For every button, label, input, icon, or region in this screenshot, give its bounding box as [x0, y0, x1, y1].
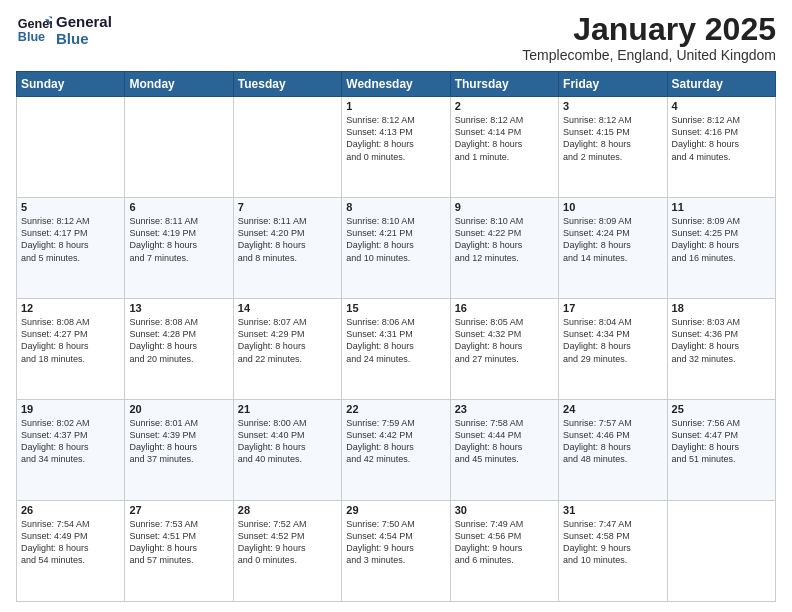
- cell-info: Sunrise: 8:11 AM Sunset: 4:19 PM Dayligh…: [129, 215, 228, 264]
- day-number: 2: [455, 100, 554, 112]
- cell-info: Sunrise: 7:58 AM Sunset: 4:44 PM Dayligh…: [455, 417, 554, 466]
- day-number: 22: [346, 403, 445, 415]
- calendar-cell: 6Sunrise: 8:11 AM Sunset: 4:19 PM Daylig…: [125, 198, 233, 299]
- day-number: 8: [346, 201, 445, 213]
- day-number: 20: [129, 403, 228, 415]
- calendar-cell: 16Sunrise: 8:05 AM Sunset: 4:32 PM Dayli…: [450, 299, 558, 400]
- day-header-sunday: Sunday: [17, 72, 125, 97]
- month-title: January 2025: [522, 12, 776, 47]
- calendar-cell: 14Sunrise: 8:07 AM Sunset: 4:29 PM Dayli…: [233, 299, 341, 400]
- day-number: 7: [238, 201, 337, 213]
- calendar-cell: 21Sunrise: 8:00 AM Sunset: 4:40 PM Dayli…: [233, 400, 341, 501]
- cell-info: Sunrise: 8:04 AM Sunset: 4:34 PM Dayligh…: [563, 316, 662, 365]
- cell-info: Sunrise: 8:12 AM Sunset: 4:16 PM Dayligh…: [672, 114, 771, 163]
- calendar-cell: 27Sunrise: 7:53 AM Sunset: 4:51 PM Dayli…: [125, 501, 233, 602]
- cell-info: Sunrise: 8:08 AM Sunset: 4:27 PM Dayligh…: [21, 316, 120, 365]
- location-subtitle: Templecombe, England, United Kingdom: [522, 47, 776, 63]
- calendar-cell: 29Sunrise: 7:50 AM Sunset: 4:54 PM Dayli…: [342, 501, 450, 602]
- day-number: 9: [455, 201, 554, 213]
- calendar-cell: 7Sunrise: 8:11 AM Sunset: 4:20 PM Daylig…: [233, 198, 341, 299]
- calendar-cell: 23Sunrise: 7:58 AM Sunset: 4:44 PM Dayli…: [450, 400, 558, 501]
- cell-info: Sunrise: 7:53 AM Sunset: 4:51 PM Dayligh…: [129, 518, 228, 567]
- cell-info: Sunrise: 8:12 AM Sunset: 4:14 PM Dayligh…: [455, 114, 554, 163]
- cell-info: Sunrise: 8:03 AM Sunset: 4:36 PM Dayligh…: [672, 316, 771, 365]
- day-number: 5: [21, 201, 120, 213]
- day-number: 6: [129, 201, 228, 213]
- calendar-cell: 30Sunrise: 7:49 AM Sunset: 4:56 PM Dayli…: [450, 501, 558, 602]
- day-header-wednesday: Wednesday: [342, 72, 450, 97]
- calendar-cell: 15Sunrise: 8:06 AM Sunset: 4:31 PM Dayli…: [342, 299, 450, 400]
- day-number: 3: [563, 100, 662, 112]
- calendar-cell: 1Sunrise: 8:12 AM Sunset: 4:13 PM Daylig…: [342, 97, 450, 198]
- calendar-cell: [125, 97, 233, 198]
- calendar-cell: 17Sunrise: 8:04 AM Sunset: 4:34 PM Dayli…: [559, 299, 667, 400]
- cell-info: Sunrise: 7:50 AM Sunset: 4:54 PM Dayligh…: [346, 518, 445, 567]
- cell-info: Sunrise: 8:11 AM Sunset: 4:20 PM Dayligh…: [238, 215, 337, 264]
- page: General Blue General Blue January 2025 T…: [0, 0, 792, 612]
- calendar-cell: [233, 97, 341, 198]
- day-number: 14: [238, 302, 337, 314]
- calendar-cell: 28Sunrise: 7:52 AM Sunset: 4:52 PM Dayli…: [233, 501, 341, 602]
- day-number: 16: [455, 302, 554, 314]
- day-number: 29: [346, 504, 445, 516]
- day-header-tuesday: Tuesday: [233, 72, 341, 97]
- calendar-cell: 5Sunrise: 8:12 AM Sunset: 4:17 PM Daylig…: [17, 198, 125, 299]
- day-number: 26: [21, 504, 120, 516]
- day-number: 23: [455, 403, 554, 415]
- logo-general: General: [56, 13, 112, 30]
- day-number: 30: [455, 504, 554, 516]
- day-number: 15: [346, 302, 445, 314]
- day-number: 21: [238, 403, 337, 415]
- calendar-cell: 4Sunrise: 8:12 AM Sunset: 4:16 PM Daylig…: [667, 97, 775, 198]
- calendar-cell: 10Sunrise: 8:09 AM Sunset: 4:24 PM Dayli…: [559, 198, 667, 299]
- calendar-cell: 18Sunrise: 8:03 AM Sunset: 4:36 PM Dayli…: [667, 299, 775, 400]
- cell-info: Sunrise: 8:12 AM Sunset: 4:13 PM Dayligh…: [346, 114, 445, 163]
- calendar-header-row: SundayMondayTuesdayWednesdayThursdayFrid…: [17, 72, 776, 97]
- calendar-cell: 9Sunrise: 8:10 AM Sunset: 4:22 PM Daylig…: [450, 198, 558, 299]
- calendar-cell: 31Sunrise: 7:47 AM Sunset: 4:58 PM Dayli…: [559, 501, 667, 602]
- cell-info: Sunrise: 8:09 AM Sunset: 4:24 PM Dayligh…: [563, 215, 662, 264]
- calendar-week-5: 26Sunrise: 7:54 AM Sunset: 4:49 PM Dayli…: [17, 501, 776, 602]
- day-number: 17: [563, 302, 662, 314]
- cell-info: Sunrise: 8:09 AM Sunset: 4:25 PM Dayligh…: [672, 215, 771, 264]
- cell-info: Sunrise: 7:47 AM Sunset: 4:58 PM Dayligh…: [563, 518, 662, 567]
- day-number: 18: [672, 302, 771, 314]
- calendar-cell: 3Sunrise: 8:12 AM Sunset: 4:15 PM Daylig…: [559, 97, 667, 198]
- calendar-cell: 2Sunrise: 8:12 AM Sunset: 4:14 PM Daylig…: [450, 97, 558, 198]
- calendar-week-3: 12Sunrise: 8:08 AM Sunset: 4:27 PM Dayli…: [17, 299, 776, 400]
- calendar-cell: 8Sunrise: 8:10 AM Sunset: 4:21 PM Daylig…: [342, 198, 450, 299]
- calendar-table: SundayMondayTuesdayWednesdayThursdayFrid…: [16, 71, 776, 602]
- calendar-cell: 19Sunrise: 8:02 AM Sunset: 4:37 PM Dayli…: [17, 400, 125, 501]
- cell-info: Sunrise: 8:06 AM Sunset: 4:31 PM Dayligh…: [346, 316, 445, 365]
- cell-info: Sunrise: 7:59 AM Sunset: 4:42 PM Dayligh…: [346, 417, 445, 466]
- svg-text:Blue: Blue: [18, 30, 45, 44]
- cell-info: Sunrise: 8:12 AM Sunset: 4:17 PM Dayligh…: [21, 215, 120, 264]
- calendar-cell: 25Sunrise: 7:56 AM Sunset: 4:47 PM Dayli…: [667, 400, 775, 501]
- calendar-cell: 22Sunrise: 7:59 AM Sunset: 4:42 PM Dayli…: [342, 400, 450, 501]
- day-number: 10: [563, 201, 662, 213]
- calendar-week-1: 1Sunrise: 8:12 AM Sunset: 4:13 PM Daylig…: [17, 97, 776, 198]
- calendar-cell: [17, 97, 125, 198]
- calendar-cell: 20Sunrise: 8:01 AM Sunset: 4:39 PM Dayli…: [125, 400, 233, 501]
- calendar-cell: 26Sunrise: 7:54 AM Sunset: 4:49 PM Dayli…: [17, 501, 125, 602]
- calendar-week-4: 19Sunrise: 8:02 AM Sunset: 4:37 PM Dayli…: [17, 400, 776, 501]
- day-number: 4: [672, 100, 771, 112]
- day-header-friday: Friday: [559, 72, 667, 97]
- cell-info: Sunrise: 8:05 AM Sunset: 4:32 PM Dayligh…: [455, 316, 554, 365]
- day-number: 12: [21, 302, 120, 314]
- day-number: 28: [238, 504, 337, 516]
- cell-info: Sunrise: 8:10 AM Sunset: 4:21 PM Dayligh…: [346, 215, 445, 264]
- day-number: 31: [563, 504, 662, 516]
- cell-info: Sunrise: 7:52 AM Sunset: 4:52 PM Dayligh…: [238, 518, 337, 567]
- calendar-cell: [667, 501, 775, 602]
- day-number: 19: [21, 403, 120, 415]
- cell-info: Sunrise: 7:56 AM Sunset: 4:47 PM Dayligh…: [672, 417, 771, 466]
- day-number: 27: [129, 504, 228, 516]
- cell-info: Sunrise: 7:54 AM Sunset: 4:49 PM Dayligh…: [21, 518, 120, 567]
- day-header-monday: Monday: [125, 72, 233, 97]
- day-number: 13: [129, 302, 228, 314]
- day-number: 24: [563, 403, 662, 415]
- day-number: 1: [346, 100, 445, 112]
- logo-blue: Blue: [56, 30, 112, 47]
- day-number: 25: [672, 403, 771, 415]
